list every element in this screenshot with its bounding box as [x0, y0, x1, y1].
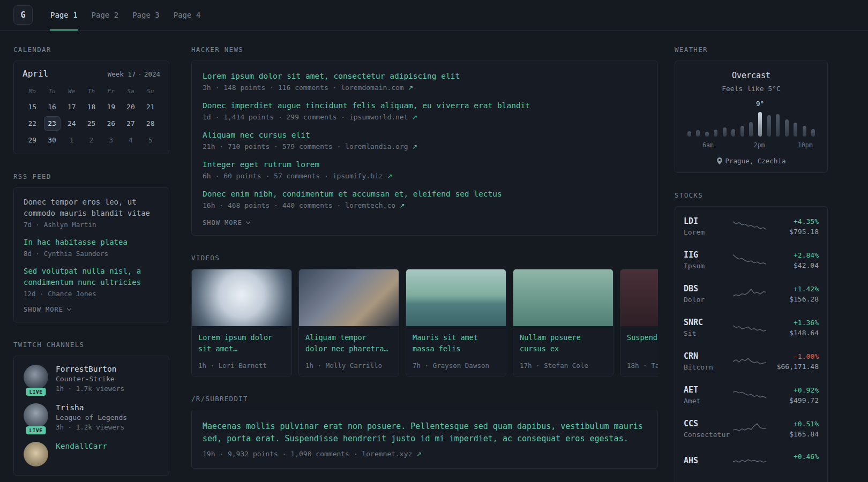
rss-item-title[interactable]: In hac habitasse platea [24, 237, 159, 248]
stock-sparkline [732, 219, 767, 235]
stock-row[interactable]: AHS+0.46% [684, 453, 819, 471]
hackernews-item-title[interactable]: Aliquam nec cursus elit [203, 131, 647, 139]
hackernews-item-title[interactable]: Donec enim nibh, condimentum et accumsan… [203, 190, 647, 198]
video-card[interactable]: Mauris sit amet massa felis7h · Grayson … [406, 269, 506, 376]
subreddit-domain-link[interactable]: loremnet.xyz ↗ [362, 450, 422, 458]
video-meta: 17h · Stefan Cole [520, 362, 607, 370]
stock-row[interactable]: CRNBitcorn-1.00%$66,171.48 [684, 351, 819, 371]
main-content: CALENDAR April Week 17·2024 MoTuWeThFrSa… [0, 31, 868, 482]
hackernews-item-title[interactable]: Lorem ipsum dolor sit amet, consectetur … [203, 72, 647, 80]
stocks-widget: STOCKS LDILorem+4.35%$795.18IIGIpsum+2.8… [675, 191, 828, 482]
stock-row[interactable]: LDILorem+4.35%$795.18 [684, 216, 819, 236]
weather-bar [785, 119, 789, 137]
weather-bar [749, 122, 753, 137]
weather-time-labels: 6am2pm10pm [684, 141, 819, 149]
calendar-week-year: Week 17·2024 [108, 70, 160, 78]
weather-card: Overcast Feels like 5°C 9° 6am2pm10pm Pr… [675, 61, 828, 173]
hackernews-domain-link[interactable]: loremlandia.org ↗ [345, 142, 417, 150]
hackernews-domain-link[interactable]: ipsumworld.net ↗ [349, 113, 417, 121]
calendar-day[interactable]: 23 [44, 116, 61, 131]
video-thumbnail [192, 269, 291, 326]
tab-page-3[interactable]: Page 3 [125, 0, 167, 30]
calendar-day[interactable]: 19 [103, 100, 119, 114]
subreddit-post-title[interactable]: Maecenas mollis pulvinar erat non posuer… [203, 420, 647, 446]
calendar-card: April Week 17·2024 MoTuWeThFrSaSu1516171… [13, 61, 169, 154]
hackernews-show-more-button[interactable]: SHOW MORE [203, 219, 250, 227]
hackernews-domain-link[interactable]: loremtech.co ↗ [345, 201, 405, 209]
calendar-day[interactable]: 3 [103, 133, 119, 147]
calendar-day[interactable]: 27 [122, 116, 139, 131]
videos-widget: VIDEOS Lorem ipsum dolor sit amet consec… [191, 254, 658, 376]
calendar-day-header: Sa [121, 84, 141, 99]
rss-show-more-label: SHOW MORE [24, 306, 63, 313]
stock-price: $795.18 [768, 228, 819, 236]
calendar-day[interactable]: 30 [44, 133, 61, 147]
twitch-channel-row[interactable]: LIVEForrestBurtonCounter-Strike1h · 1.7k… [24, 365, 159, 393]
weather-bar [723, 127, 727, 137]
calendar-day[interactable]: 22 [24, 116, 41, 131]
stock-right: +4.35%$795.18 [768, 217, 819, 236]
rss-item: Donec tempor eros leo, ut commodo mauris… [24, 197, 159, 229]
stock-row[interactable]: SNRCSit+1.36%$148.64 [684, 318, 819, 337]
hackernews-item-title[interactable]: Donec imperdiet augue tincidunt felis al… [203, 101, 647, 110]
calendar-day[interactable]: 2 [83, 133, 100, 147]
calendar-section-title: CALENDAR [13, 46, 169, 54]
stock-symbol: IIG [684, 250, 731, 260]
video-card-body: Aliquam tempor dolor nec pharetra…1h · M… [299, 326, 399, 376]
calendar-day[interactable]: 25 [83, 116, 100, 131]
tab-page-4[interactable]: Page 4 [167, 0, 208, 30]
tab-page-1[interactable]: Page 1 [43, 0, 85, 30]
calendar-day[interactable]: 17 [63, 100, 80, 114]
stock-row[interactable]: CCSConsectetur+0.51%$165.84 [684, 419, 819, 439]
app-logo[interactable]: G [13, 5, 33, 25]
stocks-list: LDILorem+4.35%$795.18IIGIpsum+2.84%$42.0… [684, 216, 819, 471]
hackernews-item: Lorem ipsum dolor sit amet, consectetur … [203, 72, 647, 92]
video-card[interactable]: Lorem ipsum dolor sit amet consectetu…1h… [191, 269, 292, 376]
twitch-channel-row[interactable]: KendallCarr [24, 442, 159, 466]
stocks-section-title: STOCKS [675, 191, 828, 199]
stock-row[interactable]: DBSDolor+1.42%$156.28 [684, 284, 819, 304]
video-meta: 7h · Grayson Dawson [413, 362, 499, 370]
tab-page-2[interactable]: Page 2 [85, 0, 126, 30]
calendar-day[interactable]: 29 [24, 133, 41, 147]
twitch-card: LIVEForrestBurtonCounter-Strike1h · 1.7k… [13, 356, 169, 476]
rss-show-more-button[interactable]: SHOW MORE [24, 306, 71, 313]
calendar-day[interactable]: 15 [24, 100, 41, 114]
stock-row[interactable]: IIGIpsum+2.84%$42.04 [684, 250, 819, 270]
calendar-day[interactable]: 20 [122, 100, 139, 114]
rss-item-title[interactable]: Donec tempor eros leo, ut commodo mauris… [24, 197, 159, 219]
chevron-down-icon [67, 306, 71, 311]
calendar-day[interactable]: 1 [63, 133, 80, 147]
calendar-day[interactable]: 18 [83, 100, 100, 114]
twitch-channel-row[interactable]: LIVETrishaLeague of Legends3h · 1.2k vie… [24, 403, 159, 431]
hackernews-domain-link[interactable]: ipsumify.biz ↗ [333, 172, 393, 180]
stock-symbol: LDI [684, 216, 731, 226]
weather-bar [740, 126, 744, 137]
rss-section-title: RSS FEED [13, 172, 169, 180]
calendar-day[interactable]: 26 [103, 116, 119, 131]
stock-name: Lorem [684, 228, 731, 236]
calendar-day[interactable]: 4 [122, 133, 139, 147]
stocks-card: LDILorem+4.35%$795.18IIGIpsum+2.84%$42.0… [675, 206, 828, 482]
hackernews-item-title[interactable]: Integer eget rutrum lorem [203, 160, 647, 169]
avatar-image [24, 403, 48, 428]
stock-left: DBSDolor [684, 284, 731, 304]
rss-item-title[interactable]: Sed volutpat nulla nisl, a condimentum n… [24, 266, 159, 288]
calendar-header: April Week 17·2024 [23, 69, 160, 79]
hackernews-domain-link[interactable]: loremdomain.com ↗ [341, 84, 413, 92]
calendar-day[interactable]: 28 [142, 116, 159, 131]
weather-bar-cell [729, 109, 738, 137]
stock-sparkline [732, 252, 767, 268]
video-title: Suspendisse diam [627, 332, 658, 343]
calendar-day[interactable]: 21 [142, 100, 159, 114]
stock-row[interactable]: AETAmet+0.92%$499.72 [684, 385, 819, 405]
hackernews-meta-text: 21h · 710 points · 579 comments · [203, 142, 345, 150]
calendar-day[interactable]: 24 [63, 116, 80, 131]
video-card[interactable]: Aliquam tempor dolor nec pharetra…1h · M… [298, 269, 399, 376]
stock-symbol: SNRC [684, 318, 731, 327]
video-card[interactable]: Suspendisse diam18h · Tara [620, 269, 658, 376]
video-title: Nullam posuere cursus ex [520, 332, 607, 355]
calendar-day[interactable]: 16 [44, 100, 61, 114]
video-card[interactable]: Nullam posuere cursus ex17h · Stefan Col… [513, 269, 613, 376]
calendar-day[interactable]: 5 [142, 133, 159, 147]
